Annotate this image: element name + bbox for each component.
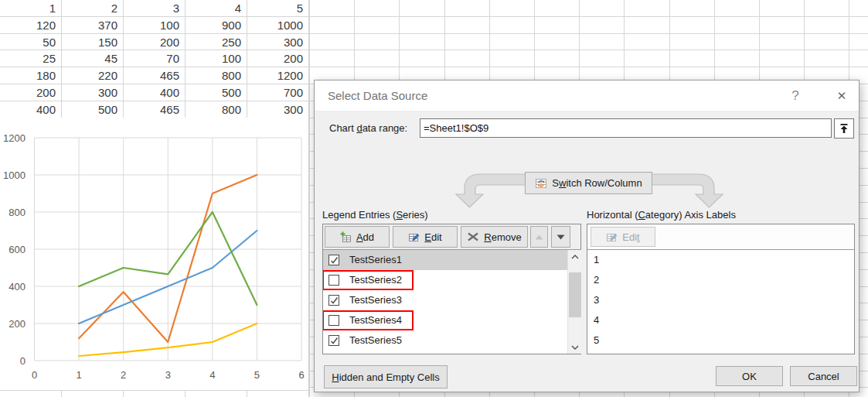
scrollbar-down-icon[interactable] xyxy=(568,341,582,354)
sheet-cell[interactable]: 370 xyxy=(62,17,124,34)
switch-row-column-label: Switch Row/Column xyxy=(552,177,642,189)
y-axis-tick-label: 200 xyxy=(9,318,26,330)
axis-label-item[interactable]: 3 xyxy=(587,290,853,310)
series-row[interactable]: TestSeries1 xyxy=(323,250,567,270)
checkmark-icon xyxy=(330,337,339,345)
sheet-cell[interactable]: 400 xyxy=(0,101,62,118)
sheet-cell[interactable]: 100 xyxy=(124,17,186,34)
sheet-cell[interactable]: 300 xyxy=(62,84,124,101)
sheet-cell[interactable]: 180 xyxy=(0,67,62,84)
sheet-cell[interactable]: 465 xyxy=(124,67,186,84)
sheet-cell[interactable]: 220 xyxy=(62,67,124,84)
series-checkbox[interactable] xyxy=(328,315,339,326)
spreadsheet-cells: 1234512037010090010005015020025030025457… xyxy=(0,0,309,118)
hidden-and-empty-cells-button[interactable]: Hidden and Empty Cells xyxy=(324,365,448,388)
series-scrollbar[interactable] xyxy=(567,250,581,354)
sheet-cell[interactable]: 400 xyxy=(124,84,186,101)
sheet-cell[interactable]: 120 xyxy=(0,17,62,34)
remove-series-button[interactable]: Remove xyxy=(461,226,528,248)
remove-button-label: Remove xyxy=(484,231,521,243)
add-series-button[interactable]: Add xyxy=(325,226,390,248)
series-label: TestSeries4 xyxy=(349,310,402,330)
sheet-cell[interactable]: 900 xyxy=(186,17,247,34)
excel-screen: 1234512037010090010005015020025030025457… xyxy=(0,0,868,397)
sheet-cell[interactable]: 200 xyxy=(0,84,62,101)
sheet-cell[interactable]: 45 xyxy=(62,50,124,67)
sheet-cell[interactable]: 70 xyxy=(124,50,186,67)
chart-data-range-input[interactable] xyxy=(420,118,832,138)
collapse-dialog-button[interactable] xyxy=(834,118,854,139)
x-axis-tick-label: 1 xyxy=(76,369,81,381)
edit-icon xyxy=(408,231,420,243)
x-axis-tick-label: 6 xyxy=(298,369,304,381)
series-checkbox[interactable] xyxy=(328,335,339,346)
sheet-cell[interactable]: 100 xyxy=(186,50,247,67)
legend-entries-panel: Add Edit xyxy=(322,224,581,354)
help-icon[interactable]: ? xyxy=(785,80,806,111)
sheet-cell[interactable]: 1000 xyxy=(247,17,309,34)
sheet-cell[interactable]: 250 xyxy=(186,34,247,51)
sheet-cell[interactable]: 300 xyxy=(247,101,309,118)
y-axis-tick-label: 1000 xyxy=(3,169,26,181)
y-axis-tick-label: 1200 xyxy=(3,132,26,144)
sheet-cell[interactable]: 465 xyxy=(124,101,186,118)
legend-toolbar: Add Edit xyxy=(323,224,580,250)
sheet-cell[interactable]: 1 xyxy=(0,0,62,17)
sheet-cell[interactable]: 700 xyxy=(247,84,309,101)
series-checkbox[interactable] xyxy=(328,295,339,306)
move-series-up-button[interactable] xyxy=(530,226,548,248)
sheet-cell[interactable]: 500 xyxy=(186,84,247,101)
scrollbar-thumb[interactable] xyxy=(569,272,581,317)
x-axis-tick-label: 0 xyxy=(32,369,37,381)
x-axis-tick-label: 3 xyxy=(165,369,171,381)
sheet-cell[interactable]: 25 xyxy=(0,50,62,67)
sheet-cell[interactable]: 300 xyxy=(247,34,309,51)
series-label: TestSeries3 xyxy=(349,290,402,310)
close-icon[interactable]: ✕ xyxy=(831,80,853,111)
remove-icon xyxy=(467,231,479,242)
series-checkbox[interactable] xyxy=(328,255,339,265)
hidden-button-label: Hidden and Empty Cells xyxy=(332,371,439,383)
range-picker-icon xyxy=(839,123,849,134)
sheet-cell[interactable]: 500 xyxy=(62,101,124,118)
series-checkbox[interactable] xyxy=(328,275,339,286)
sheet-cell[interactable]: 800 xyxy=(186,67,247,84)
cancel-button[interactable]: Cancel xyxy=(790,366,857,386)
edit-series-button[interactable]: Edit xyxy=(393,226,458,248)
move-series-down-button[interactable] xyxy=(551,226,570,248)
switch-row-column-icon xyxy=(535,177,547,190)
edit-axis-labels-button[interactable]: Edit xyxy=(591,227,655,247)
sheet-cell[interactable]: 200 xyxy=(124,34,186,51)
sheet-cell[interactable]: 5 xyxy=(247,0,309,17)
series-row[interactable]: TestSeries5 xyxy=(323,330,567,351)
axis-label-item[interactable]: 5 xyxy=(587,330,853,351)
switch-row-column-button[interactable]: Switch Row/Column xyxy=(525,172,652,194)
dialog-titlebar[interactable]: Select Data Source ? ✕ xyxy=(315,80,859,111)
sheet-cell[interactable]: 50 xyxy=(0,34,62,51)
edit-button-label: Edit xyxy=(424,231,441,243)
series-label: TestSeries2 xyxy=(349,270,402,290)
sheet-cell[interactable]: 200 xyxy=(247,50,309,67)
dialog-title: Select Data Source xyxy=(328,80,427,111)
axis-label-item[interactable]: 4 xyxy=(587,310,853,330)
sheet-cell[interactable]: 2 xyxy=(62,0,124,17)
series-row[interactable]: TestSeries2 xyxy=(323,270,567,290)
axis-label-item[interactable]: 1 xyxy=(587,250,853,270)
sheet-cell[interactable]: 3 xyxy=(124,0,186,17)
horizontal-axis-labels-label: Horizontal (Category) Axis Labels xyxy=(587,209,736,223)
x-axis-tick-label: 5 xyxy=(254,369,260,381)
y-axis-tick-label: 0 xyxy=(20,355,26,367)
embedded-chart[interactable]: 0200400600800100012000123456 xyxy=(0,118,308,391)
sheet-cell[interactable]: 4 xyxy=(186,0,247,17)
sheet-cell[interactable]: 800 xyxy=(186,101,247,118)
series-label: TestSeries5 xyxy=(349,330,402,351)
sheet-cell[interactable]: 150 xyxy=(62,34,124,51)
scrollbar-up-icon[interactable] xyxy=(568,250,582,263)
move-up-icon xyxy=(535,234,543,241)
axis-label-item[interactable]: 2 xyxy=(587,270,853,290)
series-row[interactable]: TestSeries3 xyxy=(323,290,567,310)
sheet-cell[interactable]: 1200 xyxy=(247,67,309,84)
axis-edit-button-label: Edit xyxy=(622,231,639,243)
series-row[interactable]: TestSeries4 xyxy=(323,310,567,330)
ok-button[interactable]: OK xyxy=(716,366,783,386)
